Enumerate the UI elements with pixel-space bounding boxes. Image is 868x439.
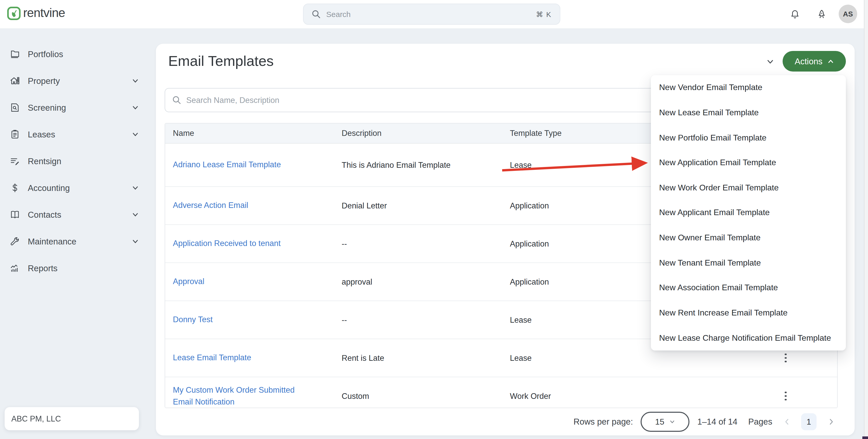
top-bar: rentvine Search ⌘ K AS bbox=[0, 0, 868, 28]
reports-chart-icon bbox=[9, 262, 21, 274]
sidebar-item-label: Accounting bbox=[28, 183, 125, 193]
chevron-down-icon bbox=[132, 131, 139, 138]
menu-item-new-lease-charge-notification-email-template[interactable]: New Lease Charge Notification Email Temp… bbox=[651, 325, 846, 350]
rentsign-signature-icon bbox=[9, 155, 21, 167]
scrollbar-corner-artifact bbox=[862, 436, 868, 439]
rentvine-leaf-icon bbox=[7, 7, 21, 20]
avatar-initials: AS bbox=[843, 10, 853, 18]
row-kebab-menu-icon[interactable] bbox=[779, 390, 792, 402]
menu-item-new-rent-increase-email-template[interactable]: New Rent Increase Email Template bbox=[651, 300, 846, 325]
template-description: Denial Letter bbox=[334, 201, 502, 210]
app-window: rentvine Search ⌘ K AS bbox=[0, 0, 868, 439]
maintenance-wrench-icon bbox=[9, 236, 21, 247]
company-name: ABC PM, LLC bbox=[11, 414, 61, 423]
sidebar-item-label: Reports bbox=[28, 263, 139, 273]
row-kebab-menu-icon[interactable] bbox=[779, 352, 792, 364]
actions-dropdown-menu: New Vendor Email Template New Lease Emai… bbox=[651, 75, 846, 350]
leases-clipboard-icon bbox=[9, 129, 21, 140]
chevron-down-icon bbox=[132, 184, 139, 191]
sidebar-item-portfolios[interactable]: Portfolios bbox=[9, 41, 139, 67]
chevron-down-icon bbox=[132, 211, 139, 218]
template-description: Rent is Late bbox=[334, 353, 502, 363]
menu-item-new-owner-email-template[interactable]: New Owner Email Template bbox=[651, 225, 846, 250]
page-title: Email Templates bbox=[168, 53, 274, 69]
global-search-input[interactable]: Search ⌘ K bbox=[303, 4, 560, 25]
pages-label: Pages bbox=[748, 417, 772, 427]
chevron-down-icon bbox=[132, 238, 139, 245]
sidebar-item-label: Maintenance bbox=[28, 237, 125, 246]
property-house-icon bbox=[9, 75, 21, 87]
collapse-chevron-down-icon[interactable] bbox=[766, 58, 774, 66]
chevron-up-icon bbox=[827, 58, 834, 65]
template-description: -- bbox=[334, 239, 502, 248]
chevron-down-icon bbox=[132, 77, 139, 85]
template-name-link[interactable]: Lease Email Template bbox=[173, 352, 251, 364]
user-avatar[interactable]: AS bbox=[839, 5, 857, 23]
menu-item-new-association-email-template[interactable]: New Association Email Template bbox=[651, 275, 846, 300]
pagination-bar: Rows per page: 15 1–14 of 14 Pages 1 bbox=[156, 408, 838, 435]
template-name-link[interactable]: Donny Test bbox=[173, 314, 213, 326]
sidebar-item-maintenance[interactable]: Maintenance bbox=[9, 228, 139, 255]
chevron-down-icon bbox=[670, 419, 675, 425]
rentvine-logo[interactable]: rentvine bbox=[7, 7, 65, 20]
current-page-button[interactable]: 1 bbox=[801, 413, 816, 430]
sidebar-item-contacts[interactable]: Contacts bbox=[9, 201, 139, 228]
template-name-link[interactable]: Adverse Action Email bbox=[173, 200, 248, 212]
menu-item-new-vendor-email-template[interactable]: New Vendor Email Template bbox=[651, 75, 846, 100]
rows-per-page-value: 15 bbox=[655, 417, 664, 427]
sidebar-item-reports[interactable]: Reports bbox=[9, 255, 139, 282]
rows-per-page-label: Rows per page: bbox=[574, 417, 633, 427]
notifications-bell-icon[interactable] bbox=[788, 8, 802, 21]
screening-document-search-icon bbox=[9, 102, 21, 113]
rows-per-page-select[interactable]: 15 bbox=[641, 412, 689, 432]
sidebar-item-label: Portfolios bbox=[28, 49, 139, 59]
menu-item-new-application-email-template[interactable]: New Application Email Template bbox=[651, 150, 846, 175]
whats-new-rocket-icon[interactable] bbox=[815, 8, 828, 21]
table-row: My Custom Work Order Submitted Email Not… bbox=[165, 377, 837, 408]
logo-wordmark: rentvine bbox=[23, 7, 65, 20]
menu-item-new-applicant-email-template[interactable]: New Applicant Email Template bbox=[651, 200, 846, 225]
template-name-link[interactable]: Approval bbox=[173, 276, 204, 288]
sidebar-item-label: Leases bbox=[28, 129, 125, 139]
column-header-description: Description bbox=[334, 129, 502, 138]
sidebar-item-property[interactable]: Property bbox=[9, 67, 139, 94]
menu-item-new-lease-email-template[interactable]: New Lease Email Template bbox=[651, 100, 846, 125]
menu-item-new-work-order-email-template[interactable]: New Work Order Email Template bbox=[651, 175, 846, 200]
template-type: Work Order bbox=[502, 391, 768, 401]
vertical-scrollbar[interactable] bbox=[864, 0, 868, 439]
sidebar-item-leases[interactable]: Leases bbox=[9, 121, 139, 148]
template-name-link[interactable]: Adriano Lease Email Template bbox=[173, 159, 281, 171]
template-search-placeholder: Search Name, Description bbox=[186, 95, 279, 105]
contacts-book-icon bbox=[9, 209, 21, 220]
template-description: approval bbox=[334, 277, 502, 286]
actions-button-label: Actions bbox=[795, 56, 823, 66]
template-description: Custom bbox=[334, 391, 502, 401]
template-name-link[interactable]: My Custom Work Order Submitted Email Not… bbox=[173, 384, 302, 408]
template-description: This is Adriano Email Template bbox=[334, 160, 502, 169]
search-icon bbox=[173, 96, 181, 104]
next-page-chevron-icon[interactable] bbox=[824, 415, 838, 429]
sidebar-item-screening[interactable]: Screening bbox=[9, 94, 139, 121]
company-switcher[interactable]: ABC PM, LLC bbox=[5, 407, 139, 430]
template-type: Lease bbox=[502, 353, 768, 363]
sidebar-nav: Portfolios Property Screening bbox=[0, 28, 155, 439]
sidebar-item-rentsign[interactable]: Rentsign bbox=[9, 148, 139, 175]
global-search-placeholder: Search bbox=[326, 10, 530, 19]
sidebar-item-accounting[interactable]: Accounting bbox=[9, 175, 139, 201]
chevron-down-icon bbox=[132, 104, 139, 111]
sidebar-item-label: Screening bbox=[28, 103, 125, 113]
actions-button[interactable]: Actions bbox=[783, 51, 846, 71]
menu-item-new-tenant-email-template[interactable]: New Tenant Email Template bbox=[651, 250, 846, 275]
template-name-link[interactable]: Application Received to tenant bbox=[173, 238, 281, 250]
search-icon bbox=[312, 10, 320, 19]
portfolios-folder-icon bbox=[9, 49, 21, 60]
pagination-range: 1–14 of 14 bbox=[697, 417, 737, 427]
column-header-name: Name bbox=[165, 129, 334, 138]
previous-page-chevron-icon[interactable] bbox=[780, 415, 794, 429]
search-shortcut-hint: ⌘ K bbox=[536, 10, 552, 18]
sidebar-item-label: Contacts bbox=[28, 210, 125, 220]
accounting-dollar-icon bbox=[9, 182, 21, 193]
template-description: -- bbox=[334, 315, 502, 324]
sidebar-item-label: Rentsign bbox=[28, 156, 139, 166]
menu-item-new-portfolio-email-template[interactable]: New Portfolio Email Template bbox=[651, 125, 846, 150]
